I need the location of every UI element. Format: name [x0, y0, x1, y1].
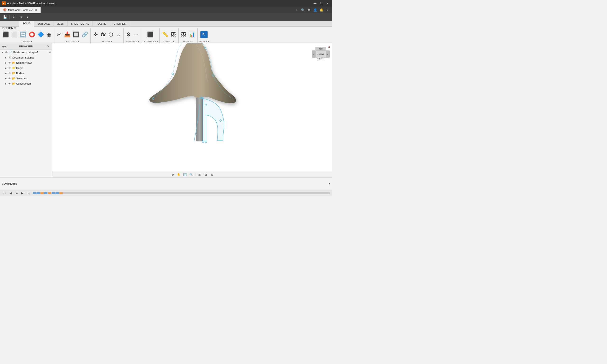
- qa-dropdown-btn[interactable]: ▾: [25, 14, 31, 20]
- viewport-view-btn[interactable]: ⊞: [197, 172, 202, 177]
- comments-panel: COMMENTS ▾: [0, 177, 332, 190]
- modify-move-btn[interactable]: ✛: [92, 31, 99, 38]
- tree-item-root[interactable]: ▾ 👁 📄 Mushroom_Lamp v5 ⚙: [0, 50, 52, 55]
- tree-arrow-named-views[interactable]: ▶: [4, 61, 8, 65]
- timeline-sketch-1[interactable]: [40, 192, 44, 194]
- timeline-op-1[interactable]: [33, 192, 36, 194]
- notifications-btn[interactable]: 🔔: [319, 7, 324, 13]
- close-btn[interactable]: ✕: [324, 1, 330, 6]
- viewport-orbit-btn[interactable]: 🔃: [182, 172, 188, 177]
- timeline-to-start-btn[interactable]: ⏮: [2, 191, 7, 195]
- modify-fillet-btn[interactable]: ⟁: [115, 31, 122, 38]
- assemble-drive-btn[interactable]: ↔: [133, 31, 140, 38]
- insert-svg-btn[interactable]: 📊: [188, 31, 196, 38]
- browser-collapse-btn[interactable]: ◀◀: [2, 44, 6, 49]
- timeline-to-end-btn[interactable]: ⏭: [27, 191, 31, 195]
- title-bar-right[interactable]: — ☐ ✕: [312, 1, 330, 6]
- browser-settings-btn[interactable]: ⚙: [46, 44, 50, 49]
- search-tab-btn[interactable]: 🔍: [300, 7, 306, 13]
- automate-combine-btn[interactable]: 🔗: [81, 31, 89, 38]
- ribbon-tab-solid[interactable]: SOLID: [19, 21, 34, 26]
- ribbon-tab-plastic[interactable]: PLASTIC: [93, 21, 110, 26]
- tree-eye-origin[interactable]: 👁: [8, 66, 11, 70]
- tree-eye-bodies[interactable]: 👁: [8, 72, 11, 75]
- modify-items: ✛ fx ⬡ ⟁: [92, 28, 122, 40]
- tree-eye-named-views[interactable]: 👁: [8, 61, 11, 65]
- qa-undo-btn[interactable]: ↩: [11, 14, 17, 20]
- tree-eye-sketches[interactable]: 👁: [8, 77, 11, 80]
- ribbon-tab-sheet-metal[interactable]: SHEET METAL: [67, 21, 92, 26]
- create-pattern-btn[interactable]: ▦: [45, 31, 53, 38]
- timeline-op-5[interactable]: [55, 192, 59, 194]
- ribbon-group-automate: ✂ 📥 🔲 🔗 AUTOMATE ▾: [55, 28, 91, 43]
- tree-eye-construction[interactable]: 👁: [8, 82, 11, 85]
- timeline-play-btn[interactable]: ▶: [14, 191, 19, 195]
- tree-arrow-origin[interactable]: ▶: [4, 66, 8, 70]
- timeline-prev-btn[interactable]: ◀: [8, 191, 13, 195]
- create-loft-btn[interactable]: 🔷: [37, 31, 45, 38]
- viewport-pan-btn[interactable]: ✋: [176, 172, 181, 177]
- ribbon-tab-utilities[interactable]: UTILITIES: [110, 21, 129, 26]
- tab-close-icon[interactable]: ✕: [34, 8, 38, 12]
- tree-arrow-construction[interactable]: ▶: [4, 82, 8, 85]
- modify-chamfer-btn[interactable]: ⬡: [107, 31, 114, 38]
- insert-label[interactable]: INSERT ▾: [183, 40, 193, 43]
- viewport-home-btn[interactable]: ⊕: [170, 172, 175, 177]
- tree-eye-root[interactable]: 👁: [4, 51, 8, 54]
- minimize-btn[interactable]: —: [312, 1, 318, 6]
- viewport-display-btn[interactable]: ⊟: [203, 172, 208, 177]
- tree-item-doc-settings[interactable]: ▶ ⚙ Document Settings: [0, 55, 52, 60]
- account-btn[interactable]: 👤: [313, 7, 318, 13]
- tree-item-construction[interactable]: ▶ 👁 📂 Construction: [0, 81, 52, 86]
- tree-item-sketches[interactable]: ▶ 👁 📂 Sketches: [0, 76, 52, 81]
- create-label[interactable]: CREATE ▾: [22, 40, 32, 43]
- assemble-label[interactable]: ASSEMBLE ▾: [126, 40, 139, 43]
- qa-redo-btn[interactable]: ↪: [18, 14, 24, 20]
- viewcube[interactable]: TOP L FRONT R RIGHT Z: [311, 46, 330, 65]
- tree-arrow-doc-settings[interactable]: ▶: [4, 56, 8, 59]
- help-tab-btn[interactable]: ?: [325, 7, 330, 13]
- tree-arrow-sketches[interactable]: ▶: [4, 77, 8, 80]
- timeline-next-btn[interactable]: ▶|: [20, 191, 25, 195]
- comments-toggle-btn[interactable]: ▾: [329, 182, 330, 185]
- timeline-op-4[interactable]: [52, 192, 55, 194]
- modify-fx-btn[interactable]: fx: [100, 31, 107, 38]
- select-tool-btn[interactable]: ↖: [201, 31, 208, 38]
- timeline-sketch-3[interactable]: [59, 192, 63, 194]
- automate-trim-btn[interactable]: ✂: [55, 31, 63, 38]
- tree-item-origin[interactable]: ▶ 👁 📁 Origin: [0, 65, 52, 71]
- create-extrude-btn[interactable]: ⬜: [10, 31, 18, 38]
- inspect-label[interactable]: INSPECT ▾: [163, 40, 174, 43]
- inspect-zebra-btn[interactable]: 🖼: [170, 31, 177, 38]
- modify-label[interactable]: MODIFY ▾: [102, 40, 112, 43]
- timeline-op-3[interactable]: [44, 192, 47, 194]
- settings-tab-btn[interactable]: ⚙: [307, 7, 312, 13]
- tree-item-bodies[interactable]: ▶ 👁 📂 Bodies: [0, 71, 52, 76]
- tree-arrow-bodies[interactable]: ▶: [4, 72, 8, 75]
- tree-arrow-root[interactable]: ▾: [1, 51, 4, 54]
- select-label[interactable]: SELECT ▾: [199, 40, 209, 43]
- construct-label[interactable]: CONSTRUCT ▾: [143, 40, 158, 43]
- construct-plane-btn[interactable]: ⬛: [146, 31, 154, 38]
- timeline-sketch-2[interactable]: [48, 192, 51, 194]
- automate-import-btn[interactable]: 📥: [63, 31, 71, 38]
- viewport-canvas-btn[interactable]: ⊠: [209, 172, 215, 177]
- insert-image-btn[interactable]: 🖼: [180, 31, 187, 38]
- viewport-zoom-btn[interactable]: 🔍: [189, 172, 194, 177]
- create-new-component-btn[interactable]: ⬛: [1, 31, 10, 38]
- qa-save-btn[interactable]: 💾: [2, 14, 8, 20]
- automate-body-btn[interactable]: 🔲: [72, 31, 80, 38]
- assemble-joint-btn[interactable]: ⚙: [125, 31, 132, 38]
- viewport[interactable]: ⊕ ✋ 🔃 🔍 ⊞ ⊟ ⊠ TOP L FRONT R RIGHT: [52, 43, 332, 177]
- create-revolve-btn[interactable]: 🔄: [19, 31, 27, 38]
- inspect-measure-btn[interactable]: 📏: [161, 31, 169, 38]
- ribbon-tab-surface[interactable]: SURFACE: [34, 21, 53, 26]
- create-sweep-btn[interactable]: ⭕: [28, 31, 36, 38]
- timeline-op-2[interactable]: [37, 192, 40, 194]
- maximize-btn[interactable]: ☐: [318, 1, 324, 6]
- tab-mushroom-lamp[interactable]: 🍄 Mushroom_Lamp v5° ✕: [0, 7, 41, 13]
- ribbon-tab-mesh[interactable]: MESH: [53, 21, 68, 26]
- tree-item-named-views[interactable]: ▶ 👁 📂 Named Views: [0, 60, 52, 65]
- new-tab-btn[interactable]: +: [294, 7, 299, 13]
- automate-label[interactable]: AUTOMATE ▾: [66, 40, 79, 43]
